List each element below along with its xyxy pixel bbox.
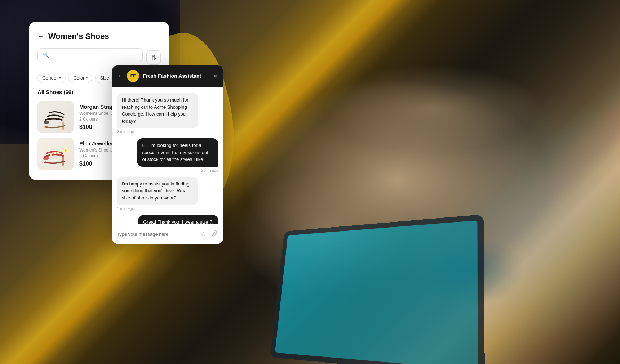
chat-input-area: ☺ (112, 224, 223, 244)
svg-point-6 (43, 157, 49, 160)
sort-icon: ⇅ (151, 54, 156, 61)
chat-back-button[interactable]: ← (118, 73, 123, 79)
chat-messages: Hi there! Thank you so much for reaching… (112, 87, 223, 224)
size-chip-label: Size (100, 75, 109, 81)
svg-point-10 (67, 149, 70, 152)
product-image-2 (37, 138, 74, 170)
chat-panel: ← FF Fresh Fashion Assistant ✕ Hi there!… (112, 65, 223, 244)
message-time: 2 min ago (117, 130, 134, 134)
panel-header: ← Women's Shoes (37, 32, 161, 41)
search-row: 🔍 ⇅ (37, 48, 161, 67)
tablet-screen (275, 220, 478, 364)
chat-avatar: FF (127, 70, 139, 82)
message-group: Great! Thank you! I wear a size 7. 1 min… (117, 215, 218, 224)
message-time: 2 min ago (201, 168, 218, 172)
tablet-device (270, 214, 485, 364)
message-group: I'm happy to assist you in finding somet… (117, 177, 218, 211)
svg-point-4 (54, 152, 56, 154)
search-bar[interactable]: 🔍 (37, 48, 143, 62)
chat-assistant-name: Fresh Fashion Assistant (143, 73, 209, 79)
color-filter-chip[interactable]: Color ▾ (68, 73, 92, 83)
filter-sort-button[interactable]: ⇅ (146, 50, 161, 65)
size-filter-chip[interactable]: Size (95, 73, 114, 83)
message-time: 1 min ago (117, 206, 134, 211)
search-input[interactable] (52, 52, 137, 58)
svg-point-3 (50, 154, 52, 156)
page-title: Women's Shoes (48, 32, 109, 41)
message-bubble: I'm happy to assist you in finding somet… (117, 177, 198, 205)
gender-chip-arrow: ▾ (59, 76, 61, 80)
message-bubble: Hi there! Thank you so much for reaching… (117, 93, 198, 128)
emoji-button[interactable]: ☺ (200, 230, 208, 239)
search-icon: 🔍 (43, 52, 49, 58)
color-chip-arrow: ▾ (86, 76, 88, 80)
gender-chip-label: Gender (42, 75, 58, 81)
message-group: Hi, I'm looking for heels for a special … (117, 138, 218, 172)
message-bubble: Great! Thank you! I wear a size 7. (138, 215, 218, 224)
svg-point-11 (64, 147, 67, 149)
back-button[interactable]: ← (37, 33, 44, 40)
svg-point-8 (65, 149, 67, 152)
color-chip-label: Color (73, 75, 84, 81)
message-group: Hi there! Thank you so much for reaching… (117, 93, 218, 134)
svg-point-1 (44, 121, 49, 124)
chat-header: ← FF Fresh Fashion Assistant ✕ (112, 65, 223, 87)
attachment-button[interactable] (211, 229, 218, 239)
svg-point-9 (62, 149, 65, 152)
svg-point-5 (57, 151, 59, 153)
message-bubble: Hi, I'm looking for heels for a special … (137, 138, 218, 167)
chat-close-button[interactable]: ✕ (213, 73, 218, 80)
gender-filter-chip[interactable]: Gender ▾ (37, 73, 66, 83)
chat-message-input[interactable] (117, 232, 197, 237)
product-image-1 (37, 101, 74, 133)
